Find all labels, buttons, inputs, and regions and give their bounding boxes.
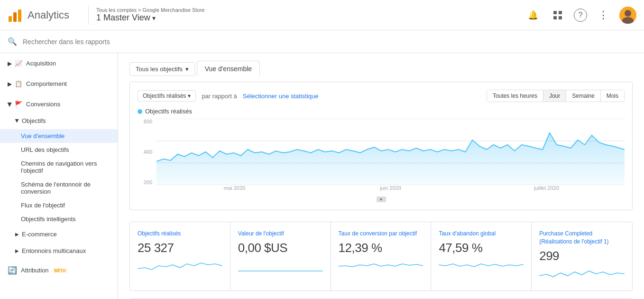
legend-dot-icon (138, 109, 142, 114)
header: Analytics Tous les comptes > Google Merc… (0, 0, 644, 30)
sidebar-label-objectifs: Objectifs (22, 117, 46, 124)
time-btn-toutes-heures[interactable]: Toutes les heures (487, 90, 543, 102)
dropdown-arrow-icon: ▾ (185, 65, 189, 73)
sidebar: ▶ 📈 Acquisition ▶ 📋 Comportement ▶ 🚩 Con… (0, 53, 118, 299)
metric-card-1: Valeur de l'objectif 0,00 $US (230, 222, 331, 290)
sidebar-item-vue-densemble[interactable]: Vue d'ensemble (0, 129, 118, 143)
chart-y-labels: 600 400 200 (138, 119, 154, 185)
sparkline-0 (138, 259, 222, 273)
chart-metric-dropdown[interactable]: Objectifs réalisés ▾ (138, 90, 196, 102)
sidebar-label-comportement: Comportement (26, 80, 67, 87)
sparkline-1 (238, 259, 323, 273)
conversions-icon: 🚩 (15, 101, 22, 108)
header-nav: Tous les comptes > Google Merchandise St… (96, 7, 204, 23)
metric-card-2: Taux de conversion par objectif 12,39 % (331, 222, 432, 290)
chart-controls: Objectifs réalisés ▾ par rapport à Sélec… (138, 90, 625, 102)
apps-grid-button[interactable] (549, 7, 566, 24)
caret-right-icon-2: ▶ (8, 81, 12, 87)
beta-badge: BÉTA (53, 268, 68, 273)
metric-label-0: Objectifs réalisés (138, 230, 222, 238)
search-icon: 🔍 (8, 37, 17, 46)
sidebar-section-acquisition: ▶ 📈 Acquisition (0, 53, 118, 74)
search-input[interactable] (23, 38, 118, 46)
dropdown-chevron-icon: ▾ (188, 93, 191, 99)
sidebar-item-chemins[interactable]: Chemins de navigation vers l'objectif (0, 157, 118, 178)
metric-card-0: Objectifs réalisés 25 327 (130, 222, 230, 290)
header-actions: 🔔 ? ⋮ (524, 7, 636, 24)
chart-metric-label: Objectifs réalisés (143, 93, 186, 99)
y-label-200: 200 (138, 179, 152, 185)
chart-x-labels: mai 2020 juin 2020 juillet 2020 (156, 185, 625, 195)
sidebar-label-entonnoirs: Entonnoirs multicanaux (22, 247, 86, 254)
header-divider (88, 6, 89, 25)
sparkline-3 (439, 259, 524, 273)
tab-vue-densemble[interactable]: Vue d'ensemble (197, 61, 260, 76)
legend-label: Objectifs réalisés (145, 108, 192, 115)
app-title: Analytics (28, 9, 69, 21)
y-label-600: 600 (138, 119, 152, 124)
sidebar-section-comportement: ▶ 📋 Comportement (0, 74, 118, 94)
dropdown-label: Tous les objectifs (136, 65, 183, 73)
sidebar-label-vue-densemble: Vue d'ensemble (21, 132, 64, 140)
sidebar-item-attribution[interactable]: 🔄 Attribution BÉTA (0, 261, 118, 280)
svg-rect-1 (13, 12, 17, 22)
breadcrumb: Tous les comptes > Google Merchandise St… (96, 7, 204, 13)
metric-label-1: Valeur de l'objectif (238, 230, 323, 238)
chart-container: 600 400 200 (138, 119, 625, 195)
y-label-400: 400 (138, 149, 152, 155)
time-btn-mois[interactable]: Mois (601, 90, 624, 102)
sparkline-2 (339, 259, 423, 273)
caret-down-icon: ▶ (7, 102, 13, 106)
time-btn-semaine[interactable]: Semaine (566, 90, 600, 102)
scroll-indicator[interactable]: ▼ (377, 196, 386, 202)
chart-svg (156, 119, 625, 185)
svg-rect-4 (559, 11, 562, 14)
time-btn-jour[interactable]: Jour (543, 90, 566, 102)
tab-label: Vue d'ensemble (205, 65, 252, 73)
sidebar-item-url-objectifs[interactable]: URL des objectifs (0, 143, 118, 157)
objectives-dropdown[interactable]: Tous les objectifs ▾ (129, 62, 195, 76)
compare-select[interactable]: Sélectionner une statistique (243, 93, 319, 100)
x-label-juillet: juillet 2020 (469, 185, 625, 195)
sidebar-label-url-objectifs: URL des objectifs (21, 146, 69, 153)
sidebar-item-acquisition[interactable]: ▶ 📈 Acquisition (0, 55, 118, 72)
sidebar-item-ecommerce[interactable]: ▶ E-commerce (0, 226, 118, 243)
sidebar-item-conversions[interactable]: ▶ 🚩 Conversions (0, 96, 118, 112)
x-label-juin: juin 2020 (313, 185, 469, 195)
sidebar-item-comportement[interactable]: ▶ 📋 Comportement (0, 75, 118, 92)
svg-rect-6 (559, 16, 562, 19)
svg-rect-5 (553, 16, 557, 19)
metric-value-0: 25 327 (138, 241, 222, 255)
sidebar-label-objectifs-intelligents: Objectifs intelligents (21, 215, 76, 223)
caret-right-icon-3: ▶ (15, 232, 19, 237)
view-label: 1 Master View (96, 13, 150, 23)
compare-text: par rapport à (202, 93, 237, 100)
user-avatar[interactable] (619, 7, 636, 24)
sidebar-item-objectifs-intelligents[interactable]: Objectifs intelligents (0, 212, 118, 226)
sidebar-item-schema[interactable]: Schéma de l'entonnoir de conversion (0, 178, 118, 198)
avatar-image (619, 7, 636, 24)
logo-area: Analytics (8, 8, 69, 23)
more-options-button[interactable]: ⋮ (595, 7, 612, 24)
sparkline-4 (539, 267, 625, 281)
notifications-button[interactable]: 🔔 (524, 7, 542, 24)
chart-legend: Objectifs réalisés (138, 108, 625, 115)
sidebar-item-objectifs[interactable]: ▶ Objectifs (0, 112, 118, 129)
sidebar-label-chemins: Chemins de navigation vers l'objectif (21, 160, 97, 174)
sidebar-label-ecommerce: E-commerce (22, 231, 57, 238)
scroll-down-icon: ▼ (379, 197, 383, 202)
metric-card-4: Purchase Completed (Réalisations de l'ob… (532, 222, 632, 290)
x-label-mai: mai 2020 (156, 185, 313, 195)
sidebar-label-conversions: Conversions (26, 101, 60, 108)
time-buttons: Toutes les heures Jour Semaine Mois (487, 90, 625, 102)
comportement-icon: 📋 (15, 80, 22, 87)
metrics-grid-1: Objectifs réalisés 25 327 Valeur de l'ob… (129, 222, 633, 291)
svg-rect-3 (553, 11, 557, 14)
metric-label-4: Purchase Completed (Réalisations de l'ob… (539, 230, 625, 246)
view-selector[interactable]: 1 Master View ▾ (96, 13, 204, 23)
help-button[interactable]: ? (574, 9, 587, 22)
metric-value-1: 0,00 $US (238, 241, 323, 255)
metric-label-3: Taux d'abandon global (439, 230, 524, 238)
sidebar-item-flux[interactable]: Flux de l'objectif (0, 198, 118, 212)
sidebar-item-entonnoirs[interactable]: ▶ Entonnoirs multicanaux (0, 243, 118, 259)
